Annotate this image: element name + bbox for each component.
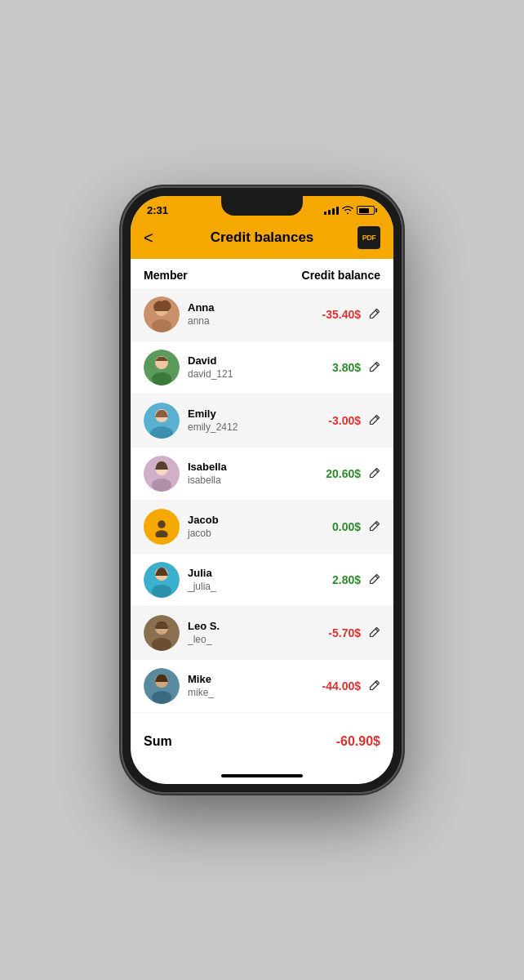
header-title: Credit balances — [211, 229, 314, 246]
member-username-jacob: jacob — [188, 528, 332, 541]
sum-value: -60.90$ — [336, 734, 380, 749]
edit-button-anna[interactable] — [369, 308, 380, 322]
svg-point-17 — [152, 585, 171, 598]
svg-point-23 — [152, 691, 171, 704]
avatar-leo — [144, 615, 180, 651]
member-name-david: David — [188, 354, 332, 368]
member-name-anna: Anna — [188, 301, 322, 315]
member-row-julia: Julia _julia_ 2.80$ — [131, 554, 393, 607]
svg-point-11 — [152, 479, 171, 492]
status-time: 2:31 — [147, 204, 168, 216]
member-username-emily: emily_2412 — [188, 421, 328, 434]
home-indicator — [221, 774, 303, 777]
avatar-jacob — [144, 509, 180, 545]
column-credit-balance: Credit balance — [302, 269, 380, 282]
member-name-isabella: Isabella — [188, 461, 326, 474]
member-row-leo: Leo S. _leo_ -5.70$ — [131, 607, 393, 660]
member-username-david: david_121 — [188, 368, 332, 381]
member-info-anna: Anna anna — [188, 301, 322, 327]
member-username-leo: _leo_ — [188, 634, 328, 647]
back-button[interactable]: < — [144, 229, 167, 247]
column-headers: Member Credit balance — [131, 259, 393, 288]
member-row-emily: Emily emily_2412 -3.00$ — [131, 394, 393, 448]
battery-icon — [357, 206, 377, 215]
member-username-anna: anna — [188, 315, 322, 328]
sum-row: Sum -60.90$ — [131, 719, 393, 764]
member-row-isabella: Isabella isabella 20.60$ — [131, 448, 393, 501]
avatar-julia — [144, 562, 180, 598]
edit-button-isabella[interactable] — [369, 467, 380, 481]
member-row-mike: Mike mike_ -44.00$ — [131, 660, 393, 713]
member-info-leo: Leo S. _leo_ — [188, 620, 328, 646]
member-username-isabella: isabella — [188, 474, 326, 488]
member-row-jacob: Jacob jacob 0.00$ — [131, 501, 393, 554]
edit-button-emily[interactable] — [369, 414, 380, 428]
member-balance-david: 3.80$ — [332, 361, 361, 374]
svg-point-13 — [158, 520, 165, 528]
avatar-anna — [144, 296, 180, 332]
content-area: Member Credit balance Anna anna -35.40$ — [131, 259, 393, 784]
svg-point-2 — [152, 319, 171, 332]
edit-button-mike[interactable] — [369, 679, 380, 693]
member-info-mike: Mike mike_ — [188, 673, 322, 699]
member-list: Anna anna -35.40$ David david_121 3.80$ — [131, 288, 393, 713]
member-balance-julia: 2.80$ — [332, 573, 361, 586]
edit-button-julia[interactable] — [369, 573, 380, 587]
avatar-isabella — [144, 456, 180, 492]
edit-button-jacob[interactable] — [369, 520, 380, 534]
member-info-emily: Emily emily_2412 — [188, 408, 328, 434]
edit-button-david[interactable] — [369, 361, 380, 375]
svg-point-20 — [152, 638, 171, 651]
member-name-emily: Emily — [188, 408, 328, 421]
member-balance-leo: -5.70$ — [328, 626, 361, 639]
member-balance-jacob: 0.00$ — [332, 520, 361, 533]
pdf-label: PDF — [362, 234, 376, 242]
phone-screen: 2:31 — [131, 196, 393, 784]
member-info-isabella: Isabella isabella — [188, 461, 326, 487]
member-username-julia: _julia_ — [188, 581, 332, 594]
avatar-david — [144, 350, 180, 385]
member-username-mike: mike_ — [188, 687, 322, 700]
member-name-mike: Mike — [188, 673, 322, 687]
member-name-julia: Julia — [188, 567, 332, 581]
member-info-julia: Julia _julia_ — [188, 567, 332, 593]
member-name-leo: Leo S. — [188, 620, 328, 634]
member-info-jacob: Jacob jacob — [188, 514, 332, 540]
app-header: < Credit balances PDF — [131, 220, 393, 259]
member-balance-mike: -44.00$ — [322, 679, 361, 693]
signal-icon — [324, 207, 339, 215]
avatar-mike — [144, 668, 180, 704]
member-balance-emily: -3.00$ — [328, 414, 361, 427]
phone-frame: 2:31 — [122, 188, 402, 792]
status-icons — [324, 205, 377, 216]
member-row-anna: Anna anna -35.40$ — [131, 288, 393, 341]
sum-label: Sum — [144, 734, 172, 749]
member-balance-anna: -35.40$ — [322, 308, 361, 321]
avatar-emily — [144, 403, 180, 439]
wifi-icon — [342, 205, 353, 216]
pdf-button[interactable]: PDF — [357, 226, 380, 249]
notch — [221, 196, 303, 216]
member-info-david: David david_121 — [188, 354, 332, 381]
edit-button-leo[interactable] — [369, 626, 380, 640]
svg-point-5 — [152, 372, 171, 385]
member-name-jacob: Jacob — [188, 514, 332, 528]
column-member: Member — [144, 269, 188, 282]
member-row-david: David david_121 3.80$ — [131, 341, 393, 394]
member-balance-isabella: 20.60$ — [326, 467, 361, 480]
